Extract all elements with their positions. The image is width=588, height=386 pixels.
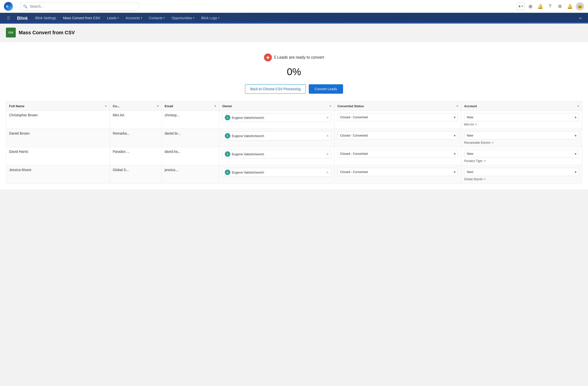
progress-percentage: 0% [287,66,301,77]
account-sub-text-2: Paradox Tiger [464,159,483,163]
cell-company-3: Global S... [110,165,162,184]
leads-ready-section: 5 Leads are ready to convert 0% Back to … [6,47,582,98]
owner-remove-2[interactable]: × [327,152,329,156]
cell-status-1: Closed - Converted New Open [334,129,461,147]
user-avatar[interactable]: 🐱 [576,2,584,11]
col-account[interactable]: Account ▾ [461,102,582,111]
account-sub-text-3: Global Skynet [464,178,483,181]
status-select-3[interactable]: Closed - Converted New Open [337,168,458,176]
nav-accounts[interactable]: Accounts ▾ [122,13,146,24]
sort-owner[interactable]: ▾ [330,105,331,108]
account-select-0[interactable]: New Existing [464,113,579,121]
back-button[interactable]: Back to Choose CSV Processing [245,84,306,94]
owner-remove-0[interactable]: × [327,116,329,119]
status-select-1[interactable]: Closed - Converted New Open [337,131,458,139]
sort-email[interactable]: ▾ [214,105,216,108]
owner-chip-0: E Eugene Vabishchevich × [222,113,331,122]
cell-email-1: daniel.br... [162,129,219,147]
brand-label[interactable]: Blink [13,13,32,24]
add-button[interactable]: ⊕ [526,2,534,10]
main-content: 5 Leads are ready to convert 0% Back to … [0,42,588,190]
cell-full-name-1: Daniel Brown [6,129,110,147]
cell-full-name-3: Jessica Moore [6,165,110,184]
account-edit-icon-2[interactable]: ✏ [483,159,486,163]
navbar: ⠿ Blink Blink Settings Mass Convert from… [0,13,588,24]
status-select-2[interactable]: Closed - Converted New Open [337,150,458,158]
cell-status-2: Closed - Converted New Open [334,147,461,165]
edit-icon[interactable]: ✏ [577,13,584,24]
search-container: 🔍 [21,2,139,11]
nav-mass-convert[interactable]: Mass Convert from CSV [60,13,104,24]
action-buttons: Back to Choose CSV Processing Convert Le… [245,84,343,94]
cell-account-3: New Existing Global Skynet ✏ [461,165,582,184]
owner-avatar-0: E [225,115,230,120]
account-select-3[interactable]: New Existing [464,168,579,176]
cell-status-0: Closed - Converted New Open [334,111,461,129]
cell-owner-1: E Eugene Vabishchevich × [219,129,334,147]
search-icon: 🔍 [23,4,27,8]
nav-blink-settings[interactable]: Blink Settings [32,13,60,24]
status-select-wrapper-1: Closed - Converted New Open [337,131,458,139]
nav-leads[interactable]: Leads ▾ [104,13,122,24]
svg-marker-3 [266,56,270,59]
page-title: Mass Convert from CSV [19,30,75,36]
cell-account-1: New Existing Remarkable Electric ✏ [461,129,582,147]
owner-name-3: Eugene Vabishchevich [232,171,264,174]
svg-point-1 [8,4,10,6]
owner-avatar-1: E [225,133,230,138]
convert-leads-button[interactable]: Convert Leads [309,84,343,94]
cell-owner-3: E Eugene Vabishchevich × [219,165,334,184]
account-select-2[interactable]: New Existing [464,150,579,158]
owner-name-2: Eugene Vabishchevich [232,152,264,156]
owner-chip-1: E Eugene Vabishchevich × [222,131,331,140]
status-select-wrapper-3: Closed - Converted New Open [337,168,458,176]
favorites-button[interactable]: ★▾ [517,2,525,10]
table-row: Christopher Brown Mini Art christop... E… [6,111,582,129]
owner-chip-2: E Eugene Vabishchevich × [222,150,331,159]
account-sub-label-2: Paradox Tiger ✏ [464,159,579,163]
sort-company[interactable]: ▾ [157,105,159,108]
col-email[interactable]: Email ▾ [162,102,219,111]
account-sub-text-0: Mini Art [464,123,474,126]
col-owner[interactable]: Owner ▾ [219,102,334,111]
account-edit-icon-3[interactable]: ✏ [483,178,486,181]
owner-chip-3: E Eugene Vabishchevich × [222,168,331,177]
sort-account[interactable]: ▾ [577,105,579,108]
svg-point-0 [6,5,9,8]
account-select-wrapper-1: New Existing [464,131,579,139]
owner-remove-3[interactable]: × [327,170,329,174]
account-edit-icon-0[interactable]: ✏ [475,123,478,126]
alerts-icon[interactable]: 🔔 [566,2,574,10]
col-full-name[interactable]: Full Name ▾ [6,102,110,111]
status-select-0[interactable]: Closed - Converted New Open [337,113,458,121]
sort-converted-status[interactable]: ▾ [457,105,458,108]
search-input[interactable] [21,2,139,11]
leads-caret: ▾ [117,17,119,19]
cell-account-2: New Existing Paradox Tiger ✏ [461,147,582,165]
sort-full-name[interactable]: ▾ [105,105,107,108]
cell-company-1: Remarka... [110,129,162,147]
app-logo[interactable] [4,2,13,11]
notification-icon[interactable]: 🔔 [536,2,544,10]
table-row: Jessica Moore Global S... jessica.... E … [6,165,582,184]
account-sub-label-0: Mini Art ✏ [464,123,579,126]
cell-email-2: david.ha... [162,147,219,165]
col-company[interactable]: Co... ▾ [110,102,162,111]
cell-company-0: Mini Art [110,111,162,129]
settings-icon[interactable]: ⚙ [556,2,564,10]
nav-opportunities[interactable]: Opportunities ▾ [168,13,198,24]
help-icon[interactable]: ? [546,2,554,10]
owner-remove-1[interactable]: × [327,134,329,138]
status-select-wrapper-0: Closed - Converted New Open [337,113,458,121]
account-edit-icon-1[interactable]: ✏ [491,141,494,144]
blink-logs-caret: ▾ [218,17,219,19]
account-sub-label-1: Remarkable Electric ✏ [464,141,579,144]
nav-blink-logs[interactable]: Blink Logs ▾ [198,13,223,24]
cell-full-name-2: David Harris [6,147,110,165]
col-converted-status[interactable]: Converted Status ▾ [334,102,461,111]
grid-menu-icon[interactable]: ⠿ [4,13,13,24]
table-row: Daniel Brown Remarka... daniel.br... E E… [6,129,582,147]
nav-contacts[interactable]: Contacts ▾ [146,13,168,24]
account-select-1[interactable]: New Existing [464,131,579,139]
topbar-actions: ★▾ ⊕ 🔔 ? ⚙ 🔔 🐱 [517,2,584,11]
